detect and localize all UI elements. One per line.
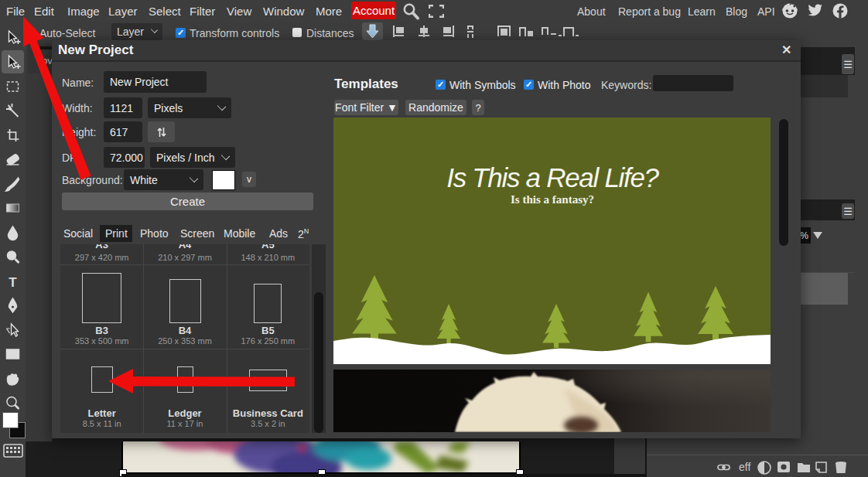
svg-text:Is this a fantasy?: Is this a fantasy?: [511, 193, 594, 206]
svg-text:Is This a Real Life?: Is This a Real Life?: [446, 162, 659, 193]
svg-text:eff: eff: [739, 461, 750, 473]
svg-text:T: T: [9, 275, 17, 290]
